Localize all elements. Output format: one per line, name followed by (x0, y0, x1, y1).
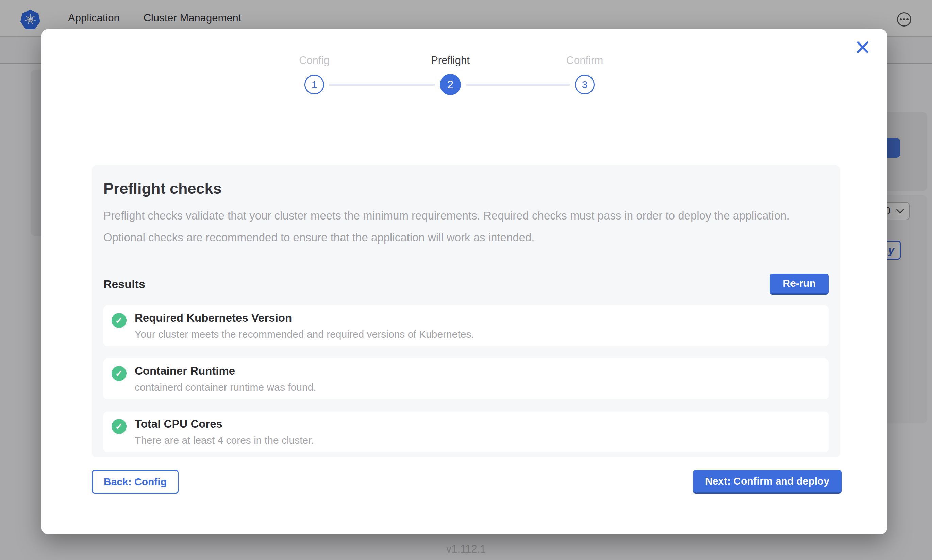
check-title: Required Kubernetes Version (135, 312, 474, 325)
check-pass-icon: ✓ (111, 366, 127, 381)
step-label: Config (270, 54, 358, 68)
step-circle[interactable]: 2 (440, 74, 461, 95)
step-circle[interactable]: 1 (304, 75, 324, 94)
check-message: containerd container runtime was found. (135, 382, 316, 393)
check-pass-icon: ✓ (111, 313, 127, 328)
check-title: Total CPU Cores (135, 418, 314, 431)
check-result-row: ✓ Required Kubernetes Version Your clust… (103, 306, 829, 346)
close-icon[interactable] (855, 40, 870, 55)
next-confirm-deploy-button[interactable]: Next: Confirm and deploy (693, 470, 841, 494)
check-result-text: Total CPU Cores There are at least 4 cor… (135, 417, 314, 446)
back-config-button[interactable]: Back: Config (92, 470, 179, 494)
preflight-modal: Config 1 Preflight 2 Confirm 3 Preflight… (42, 29, 887, 534)
check-results-list: ✓ Required Kubernetes Version Your clust… (103, 306, 829, 452)
preflight-panel: Preflight checks Preflight checks valida… (92, 166, 840, 457)
step-label: Preflight (406, 54, 495, 68)
modal-footer: Back: Config Next: Confirm and deploy (92, 470, 841, 494)
check-message: Your cluster meets the recommended and r… (135, 329, 474, 340)
stepper-step-confirm[interactable]: Confirm 3 (540, 54, 629, 94)
stepper-step-config[interactable]: Config 1 (270, 54, 358, 94)
rerun-button[interactable]: Re-run (770, 274, 829, 295)
page-title: Preflight checks (103, 180, 829, 197)
stepper-step-preflight[interactable]: Preflight 2 (406, 54, 495, 95)
check-message: There are at least 4 cores in the cluste… (135, 435, 314, 446)
step-circle[interactable]: 3 (575, 75, 594, 94)
step-label: Confirm (540, 54, 629, 68)
check-result-row: ✓ Total CPU Cores There are at least 4 c… (103, 411, 829, 452)
stepper-connector (329, 84, 435, 86)
results-label: Results (103, 278, 145, 291)
check-pass-icon: ✓ (111, 419, 127, 434)
preflight-description: Preflight checks validate that your clus… (103, 205, 828, 248)
stepper-connector (466, 84, 570, 86)
results-header-row: Results Re-run (103, 274, 829, 295)
check-result-row: ✓ Container Runtime containerd container… (103, 358, 829, 399)
check-result-text: Required Kubernetes Version Your cluster… (135, 311, 474, 340)
check-title: Container Runtime (135, 365, 316, 377)
check-result-text: Container Runtime containerd container r… (135, 364, 316, 393)
